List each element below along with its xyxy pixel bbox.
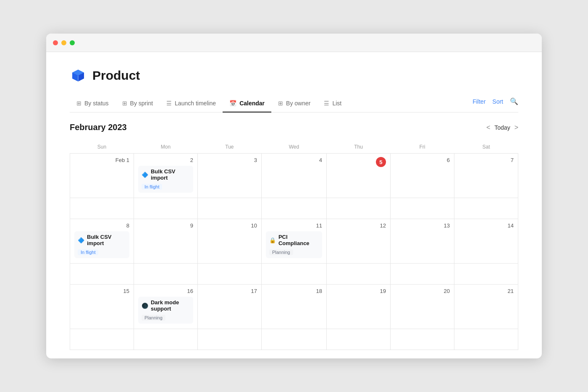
- calendar-nav: < Today >: [486, 124, 518, 131]
- day-number-Feb 1: Feb 1: [74, 157, 129, 163]
- day-cell-17[interactable]: 17: [197, 285, 261, 329]
- day-cell-21[interactable]: 21: [454, 285, 518, 329]
- day-cell-16[interactable]: 16🌑Dark mode supportPlanning: [134, 285, 197, 329]
- search-button[interactable]: 🔍: [510, 97, 518, 105]
- day-header-sat: Sat: [454, 141, 518, 154]
- app-header: Product: [70, 67, 518, 84]
- tab-launch-timeline-label: Launch timeline: [175, 100, 216, 107]
- day-number-13: 13: [395, 222, 450, 229]
- day-cell-9[interactable]: 9: [134, 219, 197, 264]
- event-icon: 🔷: [78, 237, 84, 243]
- tab-list-label: List: [332, 100, 341, 107]
- tab-launch-timeline[interactable]: ☰ Launch timeline: [160, 96, 223, 112]
- event-card-0[interactable]: 🔷Bulk CSV importIn flight: [74, 231, 129, 258]
- tab-by-sprint[interactable]: ⊞ By sprint: [116, 96, 160, 112]
- day-cell-4[interactable]: 4: [261, 154, 326, 198]
- prev-month-button[interactable]: <: [486, 124, 490, 131]
- day-number-16: 16: [138, 288, 193, 294]
- event-icon: 🔷: [142, 172, 148, 178]
- day-cell-2[interactable]: 2🔷Bulk CSV importIn flight: [134, 154, 197, 198]
- day-cell-empty: [327, 329, 391, 350]
- day-header-wed: Wed: [261, 141, 326, 154]
- tab-calendar-label: Calendar: [239, 100, 265, 107]
- day-cell-11[interactable]: 11🔒PCI CompliancePlanning: [261, 219, 326, 264]
- by-owner-icon: ⊞: [278, 100, 283, 107]
- event-icon: 🔒: [269, 237, 276, 243]
- day-cell-empty: [70, 198, 134, 219]
- day-number-19: 19: [331, 288, 386, 294]
- calendar-section: February 2023 < Today > Sun Mon Tue Wed …: [70, 112, 518, 350]
- day-cell-empty: [454, 329, 518, 350]
- event-title: PCI Compliance: [278, 234, 319, 246]
- minimize-button[interactable]: [61, 40, 66, 45]
- day-cell-6[interactable]: 6: [390, 154, 454, 198]
- day-cell-Feb-1[interactable]: Feb 1: [70, 154, 134, 198]
- event-title-row: 🌑Dark mode support: [142, 299, 190, 312]
- event-title: Bulk CSV import: [151, 168, 190, 181]
- tab-calendar[interactable]: 📅 Calendar: [223, 96, 271, 112]
- tabs-bar: ⊞ By status ⊞ By sprint ☰ Launch timelin…: [70, 96, 518, 112]
- day-number-5: 5: [376, 157, 386, 167]
- day-header-mon: Mon: [134, 141, 197, 154]
- day-cell-empty: [390, 264, 454, 285]
- calendar-month-label: February 2023: [70, 123, 127, 132]
- day-cell-7[interactable]: 7: [454, 154, 518, 198]
- day-cell-3[interactable]: 3: [197, 154, 261, 198]
- calendar-table: Sun Mon Tue Wed Thu Fri Sat Feb 12🔷Bulk …: [70, 141, 518, 350]
- close-button[interactable]: [53, 40, 58, 45]
- maximize-button[interactable]: [70, 40, 75, 45]
- event-badge: In flight: [142, 184, 162, 190]
- day-cell-20[interactable]: 20: [390, 285, 454, 329]
- day-cell-empty: [261, 329, 326, 350]
- sort-button[interactable]: Sort: [492, 98, 503, 105]
- day-cell-empty: [197, 329, 261, 350]
- event-title-row: 🔷Bulk CSV import: [142, 168, 190, 181]
- event-icon: 🌑: [142, 303, 148, 309]
- day-header-fri: Fri: [390, 141, 454, 154]
- day-cell-empty: [261, 198, 326, 219]
- day-number-11: 11: [266, 222, 322, 229]
- event-card-0[interactable]: 🔷Bulk CSV importIn flight: [138, 166, 193, 193]
- day-number-10: 10: [202, 222, 257, 229]
- event-card-0[interactable]: 🌑Dark mode supportPlanning: [138, 297, 193, 324]
- day-number-18: 18: [266, 288, 322, 294]
- titlebar: [46, 34, 542, 52]
- today-button[interactable]: Today: [494, 124, 510, 131]
- day-header-thu: Thu: [327, 141, 391, 154]
- day-number-9: 9: [138, 222, 193, 229]
- day-cell-empty: [70, 329, 134, 350]
- tab-by-status[interactable]: ⊞ By status: [70, 96, 116, 112]
- tab-by-status-label: By status: [84, 100, 109, 107]
- filter-button[interactable]: Filter: [472, 98, 486, 105]
- day-cell-18[interactable]: 18: [261, 285, 326, 329]
- day-header-sun: Sun: [70, 141, 134, 154]
- event-card-0[interactable]: 🔒PCI CompliancePlanning: [266, 231, 322, 258]
- day-cell-empty: [134, 264, 197, 285]
- day-number-17: 17: [202, 288, 257, 294]
- day-cell-15[interactable]: 15: [70, 285, 134, 329]
- day-cell-14[interactable]: 14: [454, 219, 518, 264]
- day-cell-5[interactable]: 5: [327, 154, 391, 198]
- list-icon: ☰: [324, 100, 329, 107]
- day-cell-empty: [390, 198, 454, 219]
- day-cell-12[interactable]: 12: [327, 219, 391, 264]
- day-cell-empty: [197, 198, 261, 219]
- day-cell-empty: [454, 264, 518, 285]
- day-cell-19[interactable]: 19: [327, 285, 391, 329]
- tabs-left: ⊞ By status ⊞ By sprint ☰ Launch timelin…: [70, 96, 472, 112]
- next-month-button[interactable]: >: [514, 124, 518, 131]
- main-content: Product ⊞ By status ⊞ By sprint ☰ Launch…: [46, 52, 542, 350]
- day-number-14: 14: [459, 222, 514, 229]
- event-title-row: 🔷Bulk CSV import: [78, 234, 126, 246]
- day-number-15: 15: [74, 288, 129, 294]
- day-number-21: 21: [459, 288, 514, 294]
- event-title: Bulk CSV import: [87, 234, 126, 246]
- tab-by-owner[interactable]: ⊞ By owner: [271, 96, 317, 112]
- day-cell-8[interactable]: 8🔷Bulk CSV importIn flight: [70, 219, 134, 264]
- day-number-20: 20: [395, 288, 450, 294]
- day-number-2: 2: [138, 157, 193, 163]
- day-number-4: 4: [266, 157, 322, 163]
- tab-list[interactable]: ☰ List: [317, 96, 348, 112]
- day-cell-13[interactable]: 13: [390, 219, 454, 264]
- day-cell-10[interactable]: 10: [197, 219, 261, 264]
